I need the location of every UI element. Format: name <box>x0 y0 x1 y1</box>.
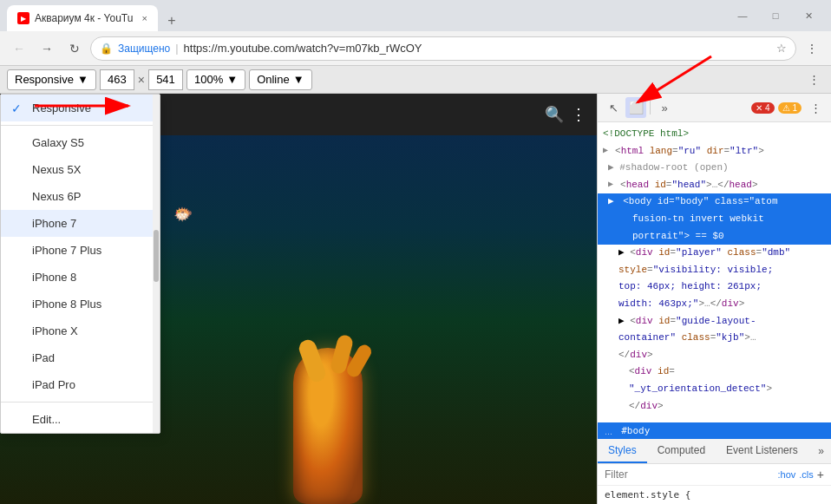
device-item-iphone7[interactable]: iPhone 7 <box>1 210 160 237</box>
filter-input[interactable] <box>605 468 775 481</box>
browser-menu-button[interactable]: ⋮ <box>800 36 824 61</box>
device-item-iphone8[interactable]: iPhone 8 <box>1 264 160 291</box>
device-dropdown-overlay: Responsive Galaxy S5 Nexus 5X Nexus 6P i… <box>0 94 597 504</box>
online-dropdown[interactable]: Online ▼ <box>249 69 311 90</box>
device-item-ipadpro[interactable]: iPad Pro <box>1 371 160 398</box>
dropdown-scrollbar-track[interactable] <box>153 95 160 433</box>
device-item-label: Nexus 5X <box>32 163 81 176</box>
refresh-button[interactable]: ↻ <box>62 36 87 61</box>
maximize-button[interactable]: □ <box>760 3 791 28</box>
tree-player-top: top: 46px; height: 261px; <box>598 278 831 296</box>
breadcrumb-body[interactable]: #body <box>618 425 653 436</box>
device-item-label: Galaxy S5 <box>32 136 84 149</box>
zoom-label: 100% <box>194 73 223 86</box>
address-separator: | <box>175 42 178 55</box>
devtools-emulation-bar: Responsive ▼ × 100% ▼ Online ▼ ⋮ <box>0 66 831 94</box>
filter-cls-button[interactable]: .cls <box>799 469 814 480</box>
page-viewport: ▶ Yo 🔍 ⋮ 🐠 🐡 🐟 <box>0 94 597 504</box>
device-item-label: Edit... <box>32 413 61 426</box>
tab-styles[interactable]: Styles <box>598 439 647 463</box>
forward-button[interactable]: → <box>35 36 59 61</box>
tree-body-class-cont: fusion-tn invert webkit <box>598 211 831 228</box>
tree-doctype: <!DOCTYPE html> <box>598 126 831 143</box>
responsive-label: Responsive <box>15 73 74 86</box>
device-item-label: iPad Pro <box>32 378 75 391</box>
expand-head[interactable]: ▶ <box>608 178 618 192</box>
tree-player[interactable]: ▶ <div id="player" class="dmb" <box>598 245 831 262</box>
device-toolbar-button[interactable]: ⬜ <box>625 97 646 118</box>
warning-badge: ⚠ 1 <box>778 102 802 114</box>
element-breadcrumb-bar: ... #body <box>598 422 831 439</box>
dropdown-arrow-icon: ▼ <box>77 73 88 86</box>
tree-shadow-root[interactable]: ▶ #shadow-root (open) <box>598 160 831 177</box>
emulation-more-button[interactable]: ⋮ <box>803 69 824 90</box>
filter-hov-button[interactable]: :hov <box>778 469 796 480</box>
tree-orient-close: </div> <box>598 398 831 416</box>
emulation-more-icon: ⋮ <box>808 73 820 86</box>
device-item-label: Nexus 6P <box>32 190 81 203</box>
active-tab[interactable]: Аквариум 4к - YouTu × <box>7 5 158 31</box>
expand-html[interactable]: ▶ <box>603 144 613 158</box>
responsive-dropdown[interactable]: Responsive ▼ <box>7 69 96 90</box>
device-item-edit[interactable]: Edit... <box>1 406 160 433</box>
device-item-iphone8plus[interactable]: iPhone 8 Plus <box>1 291 160 317</box>
width-input[interactable] <box>100 69 134 90</box>
filter-bar: :hov .cls + <box>598 464 831 486</box>
height-input[interactable] <box>148 69 183 90</box>
breadcrumb-dots: ... <box>605 426 612 436</box>
browser-frame: Аквариум 4к - YouTu × + — □ ✕ ← → ↻ 🔒 За… <box>0 0 831 504</box>
tabs-more-button[interactable]: » <box>811 440 831 462</box>
element-tabs: Styles Computed Event Listeners » <box>598 439 831 464</box>
device-item-nexus5x[interactable]: Nexus 5X <box>1 156 160 183</box>
device-item-label: iPhone 8 <box>32 271 76 284</box>
device-item-ipad[interactable]: iPad <box>1 344 160 371</box>
devtools-menu-icon: ⋮ <box>810 101 821 115</box>
tab-computed[interactable]: Computed <box>647 439 716 463</box>
window-controls: — □ ✕ <box>727 3 824 28</box>
more-tools-icon: » <box>661 101 667 115</box>
secure-label: Защищено <box>118 43 170 55</box>
close-button[interactable]: ✕ <box>793 3 824 28</box>
device-item-galaxy[interactable]: Galaxy S5 <box>1 129 160 156</box>
tree-head[interactable]: ▶ <head id="head">…</head> <box>598 177 831 194</box>
device-item-iphone7plus[interactable]: iPhone 7 Plus <box>1 237 160 264</box>
url-text: https://m.youtube.com/watch?v=m07kb_rWcO… <box>184 42 422 55</box>
mobile-icon: ⬜ <box>629 101 644 115</box>
devtools-toolbar: ↖ ⬜ » ✕ 4 ⚠ 1 ⋮ <box>598 94 831 122</box>
device-dropdown-menu: Responsive Galaxy S5 Nexus 5X Nexus 6P i… <box>0 94 160 434</box>
new-tab-button[interactable]: + <box>161 10 182 31</box>
tree-guide-close: </div> <box>598 347 831 364</box>
tree-body[interactable]: ▶ <body id="body" class="atom <box>598 193 831 211</box>
back-button[interactable]: ← <box>7 36 31 61</box>
zoom-dropdown[interactable]: 100% ▼ <box>186 69 245 90</box>
error-badge: ✕ 4 <box>751 102 774 114</box>
tab-favicon <box>17 12 29 24</box>
devtools-menu-button[interactable]: ⋮ <box>805 97 826 118</box>
tree-orient-id: "_yt_orientation_detect"> <box>598 381 831 398</box>
element-style-section: element.style { <box>598 486 831 504</box>
dropdown-scrollbar-thumb[interactable] <box>154 230 159 282</box>
device-item-label: iPhone 8 Plus <box>32 298 101 311</box>
address-bar[interactable]: 🔒 Защищено | https://m.youtube.com/watch… <box>90 36 796 61</box>
filter-add-button[interactable]: + <box>817 468 824 481</box>
device-separator-1 <box>1 125 160 126</box>
tree-player-width: width: 463px;">…</div> <box>598 296 831 313</box>
tree-guide[interactable]: ▶ <div id="guide-layout- <box>598 313 831 331</box>
html-tree: <!DOCTYPE html> ▶ <html lang="ru" dir="l… <box>598 122 831 422</box>
title-bar: Аквариум 4к - YouTu × + — □ ✕ <box>0 0 831 31</box>
tab-event-listeners[interactable]: Event Listeners <box>716 439 808 463</box>
bookmark-icon[interactable]: ☆ <box>776 42 787 55</box>
dimension-separator: × <box>138 73 145 87</box>
online-arrow-icon: ▼ <box>293 73 304 86</box>
tab-close-button[interactable]: × <box>141 13 147 23</box>
device-item-nexus6p[interactable]: Nexus 6P <box>1 183 160 210</box>
minimize-button[interactable]: — <box>727 3 758 28</box>
device-item-iphonex[interactable]: iPhone X <box>1 317 160 344</box>
tree-html[interactable]: ▶ <html lang="ru" dir="ltr"> <box>598 143 831 160</box>
tree-orient[interactable]: <div id= <box>598 363 831 381</box>
device-item-responsive[interactable]: Responsive <box>1 95 160 121</box>
device-item-label: iPhone 7 <box>32 217 76 230</box>
element-picker-button[interactable]: ↖ <box>603 97 624 118</box>
device-item-label: iPhone X <box>32 324 78 337</box>
more-tools-button[interactable]: » <box>654 97 675 118</box>
